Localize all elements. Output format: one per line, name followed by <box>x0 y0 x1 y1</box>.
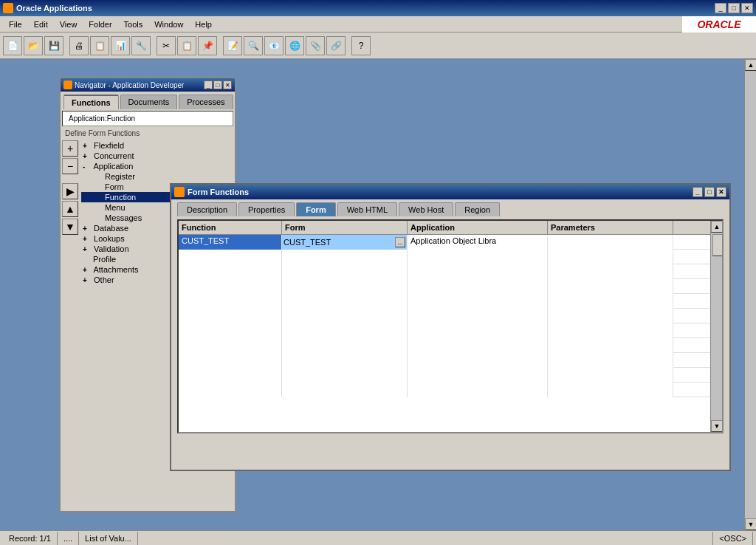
dialog-close-btn[interactable]: ✕ <box>716 187 726 197</box>
table-row[interactable] <box>179 264 722 279</box>
cell-parameters[interactable] <box>548 279 673 294</box>
cell-parameters[interactable] <box>548 323 673 338</box>
toolbar-paste-btn[interactable]: 📌 <box>198 36 217 55</box>
cell-function[interactable] <box>179 323 282 338</box>
cell-parameters[interactable] <box>548 353 673 368</box>
toolbar-save-btn[interactable]: 💾 <box>44 36 63 55</box>
cell-parameters[interactable] <box>548 294 673 309</box>
tab-region[interactable]: Region <box>455 202 500 216</box>
toolbar-btn11[interactable]: 📝 <box>223 36 242 55</box>
tab-web-host[interactable]: Web Host <box>399 202 453 216</box>
cell-parameters[interactable] <box>548 309 673 323</box>
scroll-up-btn[interactable]: ▲ <box>711 221 723 233</box>
tab-form[interactable]: Form <box>296 202 336 216</box>
cell-application[interactable] <box>408 383 548 397</box>
tree-down-btn[interactable]: ▼ <box>62 219 78 235</box>
table-row[interactable] <box>179 250 722 264</box>
toolbar-btn7[interactable]: 🔧 <box>131 36 151 55</box>
tree-item[interactable]: - Application <box>81 161 233 171</box>
tab-processes[interactable]: Processes <box>179 95 233 109</box>
table-row[interactable] <box>179 353 722 368</box>
cell-application[interactable] <box>408 279 548 294</box>
cell-form[interactable] <box>282 368 408 383</box>
toolbar-btn6[interactable]: 📊 <box>111 36 130 55</box>
nav-close-btn[interactable]: ✕ <box>223 80 232 89</box>
tab-description[interactable]: Description <box>177 202 237 216</box>
cell-application[interactable] <box>408 309 548 323</box>
cell-form[interactable] <box>282 264 408 279</box>
tree-item[interactable]: Register <box>81 171 233 182</box>
cell-application[interactable] <box>408 250 548 264</box>
cell-application[interactable] <box>408 338 548 353</box>
cell-parameters[interactable] <box>548 368 673 383</box>
cell-parameters[interactable] <box>548 338 673 353</box>
menu-help[interactable]: Help <box>189 18 218 30</box>
cell-application[interactable] <box>408 264 548 279</box>
cell-application[interactable] <box>408 353 548 368</box>
close-button[interactable]: ✕ <box>741 3 753 13</box>
cell-application[interactable] <box>408 294 548 309</box>
tree-open-btn[interactable]: ▶ <box>62 183 78 199</box>
cell-function[interactable] <box>179 264 282 279</box>
scroll-thumb[interactable] <box>712 234 723 256</box>
cell-parameters[interactable] <box>548 235 673 250</box>
cell-form[interactable] <box>282 309 408 323</box>
cell-form[interactable] <box>282 383 408 397</box>
form-lookup-btn[interactable]: ... <box>395 237 405 247</box>
cell-form[interactable] <box>282 294 408 309</box>
table-row[interactable] <box>179 309 722 323</box>
menu-folder[interactable]: Folder <box>83 18 117 30</box>
main-scroll-up[interactable]: ▲ <box>745 59 756 71</box>
toolbar-open-btn[interactable]: 📂 <box>24 36 43 55</box>
table-row[interactable] <box>179 279 722 294</box>
toolbar-print-btn[interactable]: 🖨 <box>69 36 89 55</box>
main-scroll-down[interactable]: ▼ <box>745 518 756 530</box>
tab-functions[interactable]: Functions <box>63 95 119 109</box>
tree-expand-btn[interactable]: + <box>62 140 78 157</box>
toolbar-btn5[interactable]: 📋 <box>90 36 109 55</box>
minimize-button[interactable]: _ <box>715 3 726 13</box>
nav-minimize-btn[interactable]: _ <box>204 80 213 89</box>
cell-function[interactable] <box>179 338 282 353</box>
cell-function[interactable] <box>179 368 282 383</box>
nav-restore-btn[interactable]: □ <box>213 80 222 89</box>
toolbar-btn12[interactable]: 🔍 <box>244 36 263 55</box>
cell-function[interactable] <box>179 279 282 294</box>
cell-parameters[interactable] <box>548 250 673 264</box>
dialog-restore-btn[interactable]: □ <box>704 187 715 197</box>
cell-function[interactable] <box>179 309 282 323</box>
cell-function[interactable] <box>179 353 282 368</box>
main-scrollbar[interactable]: ▲ ▼ <box>744 59 756 530</box>
table-row[interactable] <box>179 368 722 383</box>
table-row[interactable]: CUST_TESTCUST_TEST...Application Object … <box>179 235 722 250</box>
tree-item[interactable]: + Concurrent <box>81 151 233 161</box>
tree-up-btn[interactable]: ▲ <box>62 201 78 217</box>
cell-function[interactable]: CUST_TEST <box>179 235 282 250</box>
table-row[interactable] <box>179 323 722 338</box>
cell-form[interactable]: CUST_TEST... <box>282 235 408 250</box>
menu-file[interactable]: File <box>3 18 28 30</box>
toolbar-btn13[interactable]: 📧 <box>264 36 284 55</box>
cell-function[interactable] <box>179 250 282 264</box>
toolbar-btn14[interactable]: 🌐 <box>285 36 304 55</box>
table-row[interactable] <box>179 294 722 309</box>
toolbar-cut-btn[interactable]: ✂ <box>157 36 176 55</box>
tab-documents[interactable]: Documents <box>120 95 178 109</box>
maximize-button[interactable]: □ <box>728 3 740 13</box>
tree-collapse-btn[interactable]: − <box>62 158 78 174</box>
cell-application[interactable] <box>408 323 548 338</box>
toolbar-new-btn[interactable]: 📄 <box>3 36 22 55</box>
tab-properties[interactable]: Properties <box>238 202 295 216</box>
toolbar-btn16[interactable]: 🔗 <box>326 36 346 55</box>
cell-form[interactable] <box>282 250 408 264</box>
tree-item[interactable]: + Flexfield <box>81 140 233 151</box>
dialog-minimize-btn[interactable]: _ <box>693 187 703 197</box>
scroll-down-btn[interactable]: ▼ <box>711 420 723 432</box>
cell-function[interactable] <box>179 294 282 309</box>
toolbar-copy-btn[interactable]: 📋 <box>177 36 196 55</box>
table-row[interactable] <box>179 338 722 353</box>
menu-window[interactable]: Window <box>148 18 189 30</box>
cell-form[interactable] <box>282 338 408 353</box>
cell-form[interactable] <box>282 279 408 294</box>
cell-application[interactable]: Application Object Libra <box>408 235 548 250</box>
